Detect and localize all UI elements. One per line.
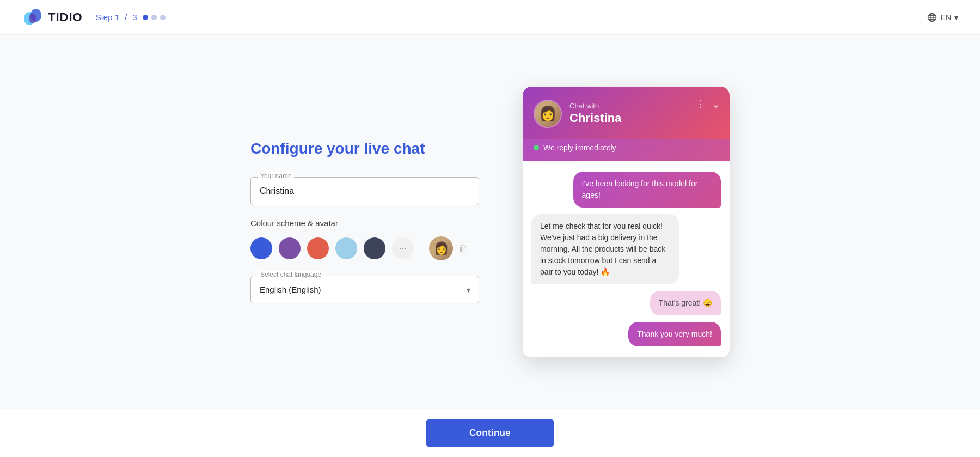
chat-avatar-img: 👩 — [535, 101, 561, 127]
status-text: We reply immediately — [543, 143, 616, 152]
language-select-label: Select chat language — [258, 271, 323, 278]
dot-2 — [151, 15, 157, 20]
svg-point-2 — [29, 14, 36, 23]
color-section: Colour scheme & avatar ··· 👩 🗑 — [250, 218, 479, 260]
delete-avatar-icon[interactable]: 🗑 — [458, 243, 468, 254]
dot-1 — [143, 15, 148, 20]
language-select[interactable]: English (English) Spanish (Español) Fren… — [250, 276, 479, 303]
message-3: That's great! 😄 — [650, 291, 721, 315]
chat-agent-name: Christina — [569, 111, 719, 125]
step-indicator: Step 1 / 3 — [96, 13, 166, 22]
footer: Continue — [0, 409, 980, 457]
logo-text: TIDIO — [48, 10, 83, 25]
chat-header-actions: ⋮ ⌄ — [695, 98, 721, 111]
name-field-group: Your name — [250, 177, 479, 205]
language-select-group: Select chat language English (English) S… — [250, 276, 479, 303]
header: TIDIO Step 1 / 3 EN ▾ — [0, 0, 980, 35]
step-total: 3 — [132, 13, 137, 22]
step-label: Step 1 — [96, 13, 119, 22]
continue-button[interactable]: Continue — [426, 419, 554, 447]
message-1: I've been looking for this model for age… — [573, 172, 721, 208]
language-selector[interactable]: EN ▾ — [927, 12, 958, 23]
color-swatch-light-blue[interactable] — [335, 237, 357, 259]
step-separator: / — [125, 13, 127, 22]
step-dots — [143, 15, 166, 20]
main-content: Configure your live chat Your name Colou… — [0, 35, 980, 409]
chat-messages: I've been looking for this model for age… — [523, 161, 730, 357]
avatar-area: 👩 🗑 — [429, 236, 468, 260]
color-avatar-row: ··· 👩 🗑 — [250, 236, 479, 260]
message-4: Thank you very much! — [628, 322, 721, 346]
message-2: Let me check that for you real quick! We… — [531, 214, 679, 284]
chat-menu-icon[interactable]: ⋮ — [695, 98, 705, 110]
color-swatch-purple[interactable] — [279, 237, 301, 259]
color-swatch-dark[interactable] — [364, 237, 385, 259]
avatar-img: 👩 — [429, 236, 453, 260]
chat-header: 👩 Chat with Christina ⋮ ⌄ — [523, 87, 730, 139]
chat-minimize-icon[interactable]: ⌄ — [712, 98, 721, 111]
chat-status-bar: We reply immediately — [523, 139, 730, 161]
logo: TIDIO — [22, 7, 83, 28]
chat-preview: 👩 Chat with Christina ⋮ ⌄ We reply immed… — [523, 87, 730, 357]
chat-agent-avatar: 👩 — [534, 100, 562, 128]
globe-icon — [927, 12, 938, 23]
form-title: Configure your live chat — [250, 140, 479, 157]
online-status-dot — [534, 145, 539, 150]
color-swatch-blue[interactable] — [250, 237, 272, 259]
color-swatch-more[interactable]: ··· — [392, 237, 414, 259]
dot-3 — [160, 15, 166, 20]
lang-label: EN — [941, 13, 951, 22]
lang-chevron-icon: ▾ — [954, 13, 958, 22]
tidio-logo-icon — [22, 7, 44, 28]
avatar-preview: 👩 — [429, 236, 453, 260]
name-input[interactable] — [250, 177, 479, 205]
form-panel: Configure your live chat Your name Colou… — [250, 140, 479, 303]
name-field-label: Your name — [258, 172, 294, 180]
color-section-label: Colour scheme & avatar — [250, 218, 479, 228]
color-swatch-coral[interactable] — [307, 237, 329, 259]
header-left: TIDIO Step 1 / 3 — [22, 7, 166, 28]
